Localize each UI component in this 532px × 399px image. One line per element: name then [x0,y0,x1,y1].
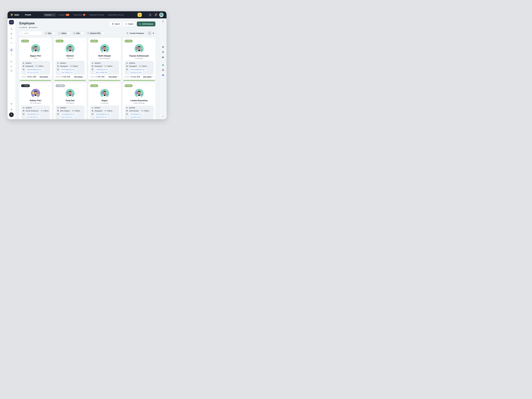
email-chip[interactable]: laokta@gmail.com [129,113,144,115]
integration-google-drive[interactable] [162,64,164,66]
sidebar-item-user-search[interactable] [9,41,13,45]
tab-organization-structure[interactable]: Organization Structure [106,13,126,17]
card-menu-button[interactable] [82,40,85,43]
notifications-button[interactable] [154,13,158,17]
email-chip[interactable]: muftih@gmail.com [95,68,109,71]
briefcase-icon [92,110,94,112]
avatar [21,44,50,53]
card-menu-button[interactable] [151,40,154,43]
filter-pill-advance-filter[interactable]: Advance Filter [86,31,105,35]
dot-separator: · [103,65,104,67]
notion-icon: N [162,69,164,71]
employee-photo [31,89,40,98]
email-chip[interactable]: heloozan@gmail.com [129,68,146,71]
hash-icon [92,107,94,109]
tab-manpower-planning[interactable]: Manpower Planning [88,13,105,17]
phone-row: (49) 553 570 272 [92,116,118,118]
sidebar-item-home[interactable] [9,27,13,31]
employee-name: Bagus Fikri [21,55,50,57]
phone-chip[interactable]: (63) 130 689 256 [95,71,108,74]
email-chip[interactable]: bagusfikri@gmail.com [25,68,43,71]
rail-item-tasks[interactable] [162,46,164,48]
tab-contract[interactable]: Contract551 [57,13,71,17]
sidebar-item-payroll[interactable]: $ [9,60,13,63]
tab-count-badge: 551 [66,14,69,16]
employee-info-box: #EMP03 Managerial·Fulltime muftih@gmail.… [90,61,119,75]
import-button[interactable]: Import [109,21,122,26]
email-chip[interactable]: ihdizain@gmail.com [60,68,76,71]
mail-icon [92,69,94,70]
rail-item-folder[interactable] [162,56,164,58]
filter-pill-role[interactable]: Role [72,31,84,35]
tab-employee[interactable]: Employee32 [43,13,56,17]
card-menu-button[interactable] [82,85,85,87]
phone-chip[interactable]: (40) 768 082 716 [60,71,74,74]
card-menu-button[interactable] [117,85,119,87]
user-avatar[interactable] [159,13,164,17]
sidebar-item-settings[interactable] [9,102,13,106]
email-chip[interactable]: raihan@gmail.com [25,113,41,115]
card-menu-button[interactable] [48,40,50,43]
briefcase-icon [23,65,25,67]
view-details-link[interactable]: View details [143,76,154,78]
view-details-link[interactable]: View details [108,76,119,78]
employee-id-row: #EMP04 [126,62,152,64]
email-row: muftih@gmail.com [92,68,118,71]
clock-icon [139,65,141,67]
card-menu-button[interactable] [48,85,50,87]
employee-name: Mufti Hidayat [90,55,119,57]
sidebar-item-help[interactable]: ? [9,108,13,112]
check-icon [22,85,23,86]
status-badge: Active [90,40,98,42]
view-details-link[interactable]: View details [74,76,85,78]
search-input[interactable] [24,32,41,34]
phone-chip[interactable]: +62 123 123 123 [25,71,39,74]
rail-add-button[interactable] [162,19,164,23]
employee-card-bagus-fikri: Active Bagus Fikri CEO #EMP01 Managerial… [19,38,52,81]
grid-view-button[interactable] [152,32,155,35]
phone-chip[interactable]: (14) 449 246 137 [25,116,39,118]
card-menu-button[interactable] [117,40,119,43]
right-rail: N [159,18,166,119]
search-button[interactable] [148,13,152,17]
phone-chip[interactable]: (80) 573 044 203 [60,116,74,118]
filter-pill-type[interactable]: Type [44,31,56,35]
email-chip[interactable]: mrasyid@gmail.com [60,113,76,115]
status-label: Active [24,40,28,42]
ellipsis-icon [82,85,85,87]
quick-add-button[interactable] [138,13,142,17]
integration-blue-app[interactable] [162,74,164,76]
phone-chip[interactable]: (49) 553 570 272 [95,116,108,118]
phone-chip[interactable]: (64) 630 613 343 [129,71,143,74]
svg-text:?: ? [11,109,12,110]
rail-item-notes[interactable] [162,51,164,53]
integration-notion[interactable]: N [162,69,164,71]
filter-pill-status[interactable]: Status [57,31,71,35]
hash-icon [23,107,25,109]
email-chip[interactable]: dwipanji@gmail.com [95,113,111,115]
sidebar-item-company[interactable] [9,64,13,68]
sidebar-item-calendar[interactable] [9,32,13,35]
card-menu-button[interactable] [151,85,154,87]
left-sidebar: FIK $ ? ? [7,18,15,119]
sidebar-item-people[interactable] [9,48,13,52]
sidebar-item-chat[interactable] [9,36,13,40]
add-employee-button[interactable]: Add Employee [137,21,155,26]
workspace-logo[interactable]: FIK [9,20,14,24]
dot-separator: · [39,110,40,112]
help-fab[interactable]: ? [9,112,14,117]
person-transfer-icon [127,32,129,34]
funnel-icon [87,32,89,34]
sidebar-item-report[interactable] [9,69,13,73]
card-footer: Joined at 1 Feb, 2021 View details [90,76,119,78]
collapse-rail-button[interactable] [162,115,164,117]
svg-text:N: N [163,69,164,71]
phone-chip[interactable]: (12) 598 119 154 [129,116,143,118]
list-view-button[interactable] [148,32,151,35]
tab-department[interactable]: Department3 [72,13,87,17]
mail-icon [126,69,128,70]
view-details-link[interactable]: View details [39,76,50,78]
sidebar-item-time-settings[interactable] [9,53,13,57]
export-button[interactable]: Export [123,21,136,26]
transfer-employee-button[interactable]: Transfer Employee [127,32,144,34]
